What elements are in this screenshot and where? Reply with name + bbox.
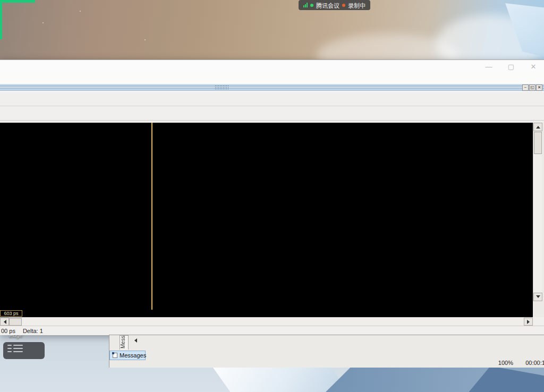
horizontal-scroll-thumb[interactable] xyxy=(9,318,22,326)
wave-cursor[interactable] xyxy=(151,123,152,310)
vertical-scroll-thumb[interactable] xyxy=(534,132,542,154)
statusbar: 00 ps Delta: 1 xyxy=(0,326,544,335)
time-ruler[interactable] xyxy=(0,301,533,310)
titlebar[interactable]: —▢✕ xyxy=(0,60,544,74)
wallpaper-top xyxy=(0,0,544,61)
cursor-time-label[interactable]: 603 ps xyxy=(0,310,22,317)
desktop-widget[interactable] xyxy=(3,342,45,359)
screenshare-border-left xyxy=(0,0,2,39)
widget-line xyxy=(7,351,45,352)
dock-close-button[interactable]: ✕ xyxy=(536,84,542,91)
scroll-left-button[interactable] xyxy=(0,318,9,326)
tab-messages-vertical[interactable]: Messages xyxy=(120,335,129,350)
dock-grip[interactable] xyxy=(215,85,230,90)
messages-statusbar: 100% 00:00:19 xyxy=(109,360,544,368)
sparkle xyxy=(144,39,146,40)
time-ruler-ticks xyxy=(0,301,533,310)
signal-bars-icon xyxy=(303,3,308,7)
cursor-strip[interactable]: 603 ps xyxy=(0,310,533,317)
widget-line xyxy=(7,348,45,349)
menubar xyxy=(0,74,544,84)
close-button[interactable]: ✕ xyxy=(526,62,541,72)
recording-dot-icon xyxy=(342,4,345,7)
minimize-button[interactable]: — xyxy=(481,62,496,72)
status-time: 00 ps xyxy=(1,328,15,334)
note-icon xyxy=(113,353,117,358)
wave-canvas[interactable] xyxy=(0,123,533,301)
status-elapsed: 00:00:19 xyxy=(525,360,544,366)
scroll-up-button[interactable] xyxy=(533,123,542,131)
toolbar-main xyxy=(0,91,544,106)
wave-horizontal-scrollbar[interactable] xyxy=(0,317,533,326)
waveform-plot xyxy=(0,123,533,301)
widget-line xyxy=(7,345,45,346)
dock-minimize-button[interactable]: − xyxy=(522,84,529,91)
sparkle xyxy=(80,11,81,12)
modelsim-wave-window: —▢✕ −◱✕ 603 ps 00 ps xyxy=(0,59,544,335)
scroll-down-button[interactable] xyxy=(533,293,542,301)
online-dot-icon xyxy=(310,4,313,7)
dock-restore-button[interactable]: ◱ xyxy=(529,84,536,91)
tab-messages[interactable]: Messages xyxy=(109,351,146,360)
messages-window: Messages Messages 100% 00:00:19 xyxy=(109,335,544,368)
recording-label: 录制中 xyxy=(348,1,366,10)
toolbar-wave xyxy=(0,106,544,121)
status-delta: Delta: 1 xyxy=(23,328,43,334)
scroll-right-button[interactable] xyxy=(524,318,533,326)
dock-header[interactable]: −◱✕ xyxy=(0,84,544,91)
sparkle xyxy=(42,22,44,23)
meeting-indicator[interactable]: 腾讯会议 录制中 xyxy=(299,0,370,10)
screenshare-border-top xyxy=(0,0,35,3)
meeting-app-name: 腾讯会议 xyxy=(316,1,339,10)
collapse-panel-button[interactable] xyxy=(132,337,139,343)
status-percent: 100% xyxy=(498,360,513,366)
maximize-button[interactable]: ▢ xyxy=(504,62,518,72)
desktop: 腾讯会议 录制中 Edge —▢✕ −◱✕ 603 ps xyxy=(0,0,544,392)
wave-vertical-scrollbar[interactable] xyxy=(533,123,542,301)
tab-messages-label: Messages xyxy=(120,352,146,359)
